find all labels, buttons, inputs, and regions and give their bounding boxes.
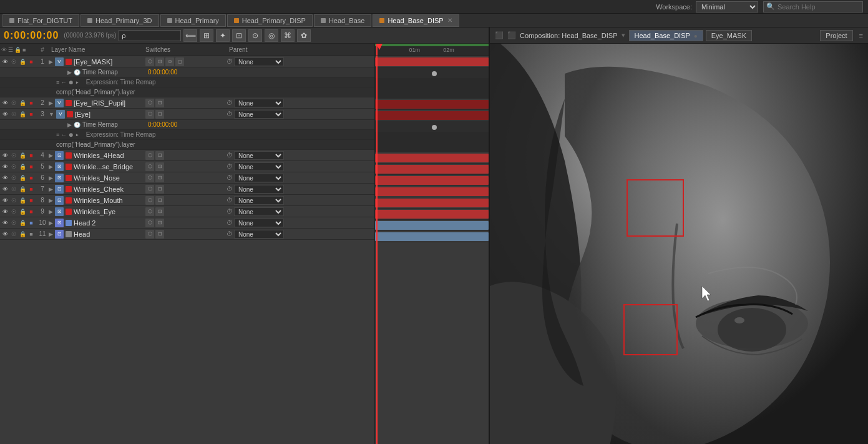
visibility-icon[interactable]: 👁: [1, 111, 9, 118]
label-icon[interactable]: ■: [27, 219, 35, 227]
label-icon[interactable]: ■: [27, 185, 35, 193]
expand-icon[interactable]: ▶: [49, 186, 53, 192]
menu-icon[interactable]: ≡: [859, 32, 863, 39]
parent-select[interactable]: None: [234, 151, 284, 160]
search-input[interactable]: [778, 3, 859, 11]
visibility-icon[interactable]: 👁: [1, 230, 9, 238]
lock-icon[interactable]: 🔒: [19, 58, 26, 66]
label-icon[interactable]: ■: [27, 174, 35, 182]
lock-icon[interactable]: 🔒: [19, 111, 26, 118]
track-btn[interactable]: ⊡: [232, 29, 246, 42]
3d-sw[interactable]: ◻: [175, 57, 184, 66]
motion-blur-sw[interactable]: ⬡: [145, 57, 154, 66]
switch2[interactable]: ⊡: [155, 230, 164, 239]
solo-icon[interactable]: ☉: [10, 58, 17, 66]
label-icon[interactable]: ■: [27, 152, 35, 159]
parent-select[interactable]: None: [234, 230, 284, 239]
solo-icon[interactable]: ☉: [10, 163, 17, 170]
lock-icon[interactable]: 🔒: [19, 219, 26, 227]
timeline-search[interactable]: [119, 30, 181, 41]
lock-icon[interactable]: 🔒: [19, 152, 26, 159]
expand-icon[interactable]: ▶: [49, 164, 53, 170]
parent-select[interactable]: None: [234, 185, 284, 194]
switch2[interactable]: ⊡: [155, 151, 164, 160]
parent-select[interactable]: None: [234, 219, 284, 227]
switch1[interactable]: ⬡: [145, 230, 154, 239]
parent-select[interactable]: None: [234, 57, 284, 66]
expand-icon[interactable]: ▶: [49, 231, 53, 237]
solo-icon[interactable]: ☉: [10, 208, 17, 215]
solo-icon[interactable]: ☉: [10, 185, 17, 193]
motion-btn[interactable]: ◎: [265, 29, 278, 42]
tab-head-primary-disp[interactable]: Head_Primary_DISP: [227, 14, 313, 27]
expand-icon[interactable]: ▶: [49, 220, 53, 226]
lock-icon[interactable]: 🔒: [19, 185, 26, 193]
visibility-icon[interactable]: 👁: [1, 99, 9, 107]
label-icon[interactable]: ■: [27, 111, 35, 118]
tab-close-icon[interactable]: ✕: [447, 17, 452, 24]
expand-icon[interactable]: ▶: [49, 100, 53, 106]
solo-icon[interactable]: ☉: [10, 197, 17, 204]
effect-sw[interactable]: ⊡: [155, 57, 164, 66]
tab-head-base[interactable]: Head_Base: [314, 14, 372, 27]
label-icon[interactable]: ■: [27, 197, 35, 204]
label-icon[interactable]: ■: [27, 163, 35, 170]
switch2[interactable]: ⊡: [155, 207, 164, 216]
switch2[interactable]: ⊡: [155, 162, 164, 171]
switch1[interactable]: ⬡: [145, 162, 154, 171]
switch1[interactable]: ⬡: [145, 207, 154, 216]
visibility-icon[interactable]: 👁: [1, 58, 9, 66]
tab-head-primary[interactable]: Head_Primary: [160, 14, 226, 27]
comp-title-dropdown[interactable]: ▾: [622, 31, 625, 39]
switch2[interactable]: ⊡: [155, 99, 164, 107]
switch2[interactable]: ⊡: [155, 174, 164, 182]
switch1[interactable]: ⬡: [145, 219, 154, 227]
tab-flat-digtut[interactable]: Flat_For_DIGTUT: [2, 14, 79, 27]
blend-sw[interactable]: ⊙: [165, 57, 174, 66]
visibility-icon[interactable]: 👁: [1, 208, 9, 215]
label-icon[interactable]: ■: [27, 230, 35, 238]
switch2[interactable]: ⊡: [155, 219, 164, 227]
expand-icon[interactable]: ▶: [49, 59, 53, 65]
workspace-select[interactable]: Minimal Standard: [696, 1, 758, 12]
visibility-icon[interactable]: 👁: [1, 174, 9, 182]
switch1[interactable]: ⬡: [145, 99, 154, 107]
lock-icon[interactable]: 🔒: [19, 163, 26, 170]
puppet-btn[interactable]: ✿: [297, 29, 311, 42]
switch1[interactable]: ⬡: [145, 196, 154, 205]
label-icon[interactable]: ■: [27, 58, 35, 66]
comp-view-btn[interactable]: ⊞: [200, 29, 213, 42]
parent-select[interactable]: None: [234, 196, 284, 205]
visibility-icon[interactable]: 👁: [1, 163, 9, 170]
paint-btn[interactable]: ⊙: [248, 29, 262, 42]
parent-select[interactable]: None: [234, 207, 284, 216]
switch2[interactable]: ⊡: [155, 110, 164, 119]
switch1[interactable]: ⬡: [145, 110, 154, 119]
switch1[interactable]: ⬡: [145, 151, 154, 160]
solo-icon[interactable]: ☉: [10, 174, 17, 182]
parent-select[interactable]: None: [234, 162, 284, 171]
expand-icon[interactable]: ▶: [67, 69, 72, 76]
label-icon[interactable]: ■: [27, 208, 35, 215]
expand-icon[interactable]: ▶: [49, 175, 53, 181]
tab-head-primary-3d[interactable]: Head_Primary_3D: [80, 14, 158, 27]
parent-select[interactable]: None: [234, 174, 284, 182]
comp-tab-eye-mask[interactable]: Eye_MASK: [706, 30, 752, 41]
lock-icon[interactable]: 🔒: [19, 174, 26, 182]
switch1[interactable]: ⬡: [145, 174, 154, 182]
expand-icon[interactable]: ▶: [49, 209, 53, 215]
visibility-icon[interactable]: 👁: [1, 197, 9, 204]
mask-view-btn[interactable]: ✦: [216, 29, 230, 42]
expand-icon[interactable]: ▶: [67, 122, 72, 128]
lock-icon[interactable]: 🔒: [19, 197, 26, 204]
comp-tab-head-base-disp[interactable]: Head_Base_DISP ●: [629, 30, 703, 41]
expand-icon[interactable]: ▼: [49, 111, 54, 117]
lock-icon[interactable]: 🔒: [19, 99, 26, 107]
solo-icon[interactable]: ☉: [10, 230, 17, 238]
shape-btn[interactable]: ⌘: [281, 29, 295, 42]
parent-select[interactable]: None: [234, 99, 284, 107]
visibility-icon[interactable]: 👁: [1, 185, 9, 193]
solo-icon[interactable]: ☉: [10, 111, 17, 118]
parent-select[interactable]: None: [234, 110, 284, 119]
tab-head-base-disp[interactable]: Head_Base_DISP ✕: [373, 14, 459, 27]
